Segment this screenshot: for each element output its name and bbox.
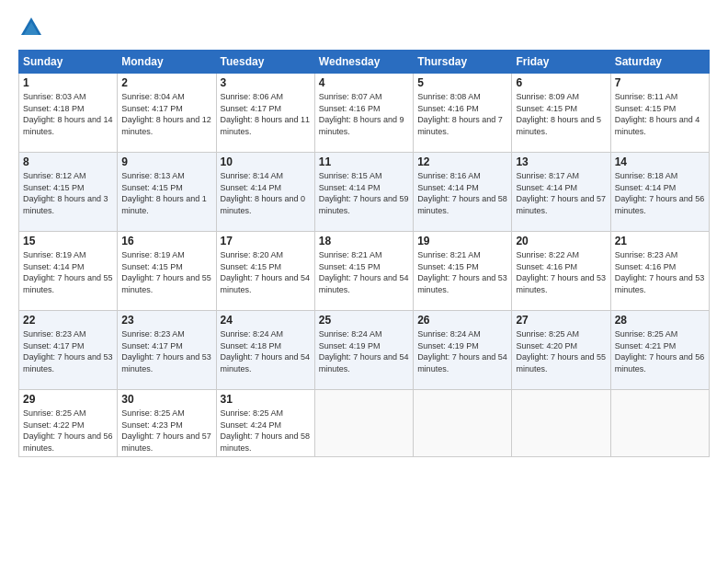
calendar-table: SundayMondayTuesdayWednesdayThursdayFrid… bbox=[18, 50, 710, 457]
day-info: Sunrise: 8:21 AMSunset: 4:15 PMDaylight:… bbox=[417, 249, 507, 295]
day-number: 23 bbox=[121, 314, 211, 327]
day-number: 10 bbox=[221, 155, 311, 168]
day-info: Sunrise: 8:25 AMSunset: 4:21 PMDaylight:… bbox=[615, 328, 705, 374]
day-info: Sunrise: 8:19 AMSunset: 4:15 PMDaylight:… bbox=[121, 249, 211, 295]
day-info: Sunrise: 8:24 AMSunset: 4:18 PMDaylight:… bbox=[221, 328, 311, 374]
day-info: Sunrise: 8:16 AMSunset: 4:14 PMDaylight:… bbox=[417, 170, 507, 216]
day-info: Sunrise: 8:25 AMSunset: 4:22 PMDaylight:… bbox=[23, 408, 113, 454]
day-number: 16 bbox=[121, 235, 211, 247]
calendar-cell: 11Sunrise: 8:15 AMSunset: 4:14 PMDayligh… bbox=[314, 153, 413, 232]
day-info: Sunrise: 8:14 AMSunset: 4:14 PMDaylight:… bbox=[221, 170, 311, 216]
calendar-week-4: 22Sunrise: 8:23 AMSunset: 4:17 PMDayligh… bbox=[19, 311, 710, 390]
day-number: 12 bbox=[417, 155, 507, 168]
logo bbox=[18, 15, 48, 40]
day-info: Sunrise: 8:24 AMSunset: 4:19 PMDaylight:… bbox=[417, 328, 507, 374]
page: SundayMondayTuesdayWednesdayThursdayFrid… bbox=[0, 0, 728, 563]
day-info: Sunrise: 8:24 AMSunset: 4:19 PMDaylight:… bbox=[319, 328, 409, 374]
day-info: Sunrise: 8:23 AMSunset: 4:17 PMDaylight:… bbox=[23, 328, 113, 374]
day-number: 13 bbox=[516, 155, 606, 168]
day-info: Sunrise: 8:07 AMSunset: 4:16 PMDaylight:… bbox=[319, 91, 409, 137]
col-header-tuesday: Tuesday bbox=[216, 51, 314, 74]
day-info: Sunrise: 8:11 AMSunset: 4:15 PMDaylight:… bbox=[615, 91, 705, 137]
calendar-cell: 8Sunrise: 8:12 AMSunset: 4:15 PMDaylight… bbox=[19, 153, 118, 232]
calendar-cell: 7Sunrise: 8:11 AMSunset: 4:15 PMDaylight… bbox=[610, 74, 709, 153]
day-number: 7 bbox=[615, 76, 705, 89]
calendar-cell: 19Sunrise: 8:21 AMSunset: 4:15 PMDayligh… bbox=[414, 232, 512, 311]
calendar-cell: 2Sunrise: 8:04 AMSunset: 4:17 PMDaylight… bbox=[118, 74, 216, 153]
day-number: 1 bbox=[23, 76, 113, 89]
day-info: Sunrise: 8:25 AMSunset: 4:20 PMDaylight:… bbox=[516, 328, 606, 374]
calendar-cell: 30Sunrise: 8:25 AMSunset: 4:23 PMDayligh… bbox=[118, 390, 216, 457]
day-info: Sunrise: 8:25 AMSunset: 4:24 PMDaylight:… bbox=[221, 408, 311, 454]
calendar-cell: 1Sunrise: 8:03 AMSunset: 4:18 PMDaylight… bbox=[19, 74, 118, 153]
calendar-cell bbox=[314, 390, 413, 457]
calendar-cell: 23Sunrise: 8:23 AMSunset: 4:17 PMDayligh… bbox=[118, 311, 216, 390]
calendar-cell: 13Sunrise: 8:17 AMSunset: 4:14 PMDayligh… bbox=[512, 153, 610, 232]
calendar-week-1: 1Sunrise: 8:03 AMSunset: 4:18 PMDaylight… bbox=[19, 74, 710, 153]
calendar-cell: 27Sunrise: 8:25 AMSunset: 4:20 PMDayligh… bbox=[512, 311, 610, 390]
day-number: 19 bbox=[417, 235, 507, 247]
day-number: 22 bbox=[23, 314, 113, 327]
day-info: Sunrise: 8:21 AMSunset: 4:15 PMDaylight:… bbox=[319, 249, 409, 295]
day-number: 15 bbox=[23, 235, 113, 247]
calendar-cell: 12Sunrise: 8:16 AMSunset: 4:14 PMDayligh… bbox=[414, 153, 512, 232]
calendar-cell: 20Sunrise: 8:22 AMSunset: 4:16 PMDayligh… bbox=[512, 232, 610, 311]
calendar-cell bbox=[610, 390, 709, 457]
day-number: 29 bbox=[23, 393, 113, 406]
calendar-week-5: 29Sunrise: 8:25 AMSunset: 4:22 PMDayligh… bbox=[19, 390, 710, 457]
calendar-cell: 22Sunrise: 8:23 AMSunset: 4:17 PMDayligh… bbox=[19, 311, 118, 390]
calendar-cell: 3Sunrise: 8:06 AMSunset: 4:17 PMDaylight… bbox=[216, 74, 314, 153]
col-header-monday: Monday bbox=[118, 51, 216, 74]
day-number: 14 bbox=[615, 155, 705, 168]
day-number: 6 bbox=[516, 76, 606, 89]
day-info: Sunrise: 8:12 AMSunset: 4:15 PMDaylight:… bbox=[23, 170, 113, 216]
col-header-wednesday: Wednesday bbox=[314, 51, 413, 74]
day-number: 30 bbox=[121, 393, 211, 406]
calendar-cell: 15Sunrise: 8:19 AMSunset: 4:14 PMDayligh… bbox=[19, 232, 118, 311]
col-header-thursday: Thursday bbox=[414, 51, 512, 74]
day-number: 8 bbox=[23, 155, 113, 168]
calendar-cell bbox=[414, 390, 512, 457]
calendar-cell bbox=[512, 390, 610, 457]
day-info: Sunrise: 8:23 AMSunset: 4:17 PMDaylight:… bbox=[121, 328, 211, 374]
calendar-cell: 24Sunrise: 8:24 AMSunset: 4:18 PMDayligh… bbox=[216, 311, 314, 390]
day-number: 31 bbox=[221, 393, 311, 406]
day-number: 4 bbox=[319, 76, 409, 89]
calendar-cell: 4Sunrise: 8:07 AMSunset: 4:16 PMDaylight… bbox=[314, 74, 413, 153]
day-number: 21 bbox=[615, 235, 705, 247]
day-number: 17 bbox=[221, 235, 311, 247]
calendar-cell: 5Sunrise: 8:08 AMSunset: 4:16 PMDaylight… bbox=[414, 74, 512, 153]
calendar-cell: 18Sunrise: 8:21 AMSunset: 4:15 PMDayligh… bbox=[314, 232, 413, 311]
calendar-cell: 25Sunrise: 8:24 AMSunset: 4:19 PMDayligh… bbox=[314, 311, 413, 390]
day-number: 26 bbox=[417, 314, 507, 327]
day-number: 25 bbox=[319, 314, 409, 327]
col-header-friday: Friday bbox=[512, 51, 610, 74]
day-number: 11 bbox=[319, 155, 409, 168]
logo-icon bbox=[18, 15, 44, 40]
day-info: Sunrise: 8:20 AMSunset: 4:15 PMDaylight:… bbox=[221, 249, 311, 295]
calendar-cell: 26Sunrise: 8:24 AMSunset: 4:19 PMDayligh… bbox=[414, 311, 512, 390]
calendar-header-row: SundayMondayTuesdayWednesdayThursdayFrid… bbox=[19, 51, 710, 74]
day-info: Sunrise: 8:08 AMSunset: 4:16 PMDaylight:… bbox=[417, 91, 507, 137]
calendar-week-2: 8Sunrise: 8:12 AMSunset: 4:15 PMDaylight… bbox=[19, 153, 710, 232]
day-number: 18 bbox=[319, 235, 409, 247]
day-info: Sunrise: 8:04 AMSunset: 4:17 PMDaylight:… bbox=[121, 91, 211, 137]
day-info: Sunrise: 8:25 AMSunset: 4:23 PMDaylight:… bbox=[121, 408, 211, 454]
day-info: Sunrise: 8:09 AMSunset: 4:15 PMDaylight:… bbox=[516, 91, 606, 137]
calendar-cell: 31Sunrise: 8:25 AMSunset: 4:24 PMDayligh… bbox=[216, 390, 314, 457]
calendar-cell: 6Sunrise: 8:09 AMSunset: 4:15 PMDaylight… bbox=[512, 74, 610, 153]
day-info: Sunrise: 8:15 AMSunset: 4:14 PMDaylight:… bbox=[319, 170, 409, 216]
calendar-week-3: 15Sunrise: 8:19 AMSunset: 4:14 PMDayligh… bbox=[19, 232, 710, 311]
calendar-cell: 9Sunrise: 8:13 AMSunset: 4:15 PMDaylight… bbox=[118, 153, 216, 232]
col-header-sunday: Sunday bbox=[19, 51, 118, 74]
day-info: Sunrise: 8:22 AMSunset: 4:16 PMDaylight:… bbox=[516, 249, 606, 295]
day-info: Sunrise: 8:06 AMSunset: 4:17 PMDaylight:… bbox=[221, 91, 311, 137]
day-number: 3 bbox=[221, 76, 311, 89]
day-info: Sunrise: 8:13 AMSunset: 4:15 PMDaylight:… bbox=[121, 170, 211, 216]
day-number: 2 bbox=[121, 76, 211, 89]
day-info: Sunrise: 8:03 AMSunset: 4:18 PMDaylight:… bbox=[23, 91, 113, 137]
calendar-cell: 14Sunrise: 8:18 AMSunset: 4:14 PMDayligh… bbox=[610, 153, 709, 232]
day-number: 24 bbox=[221, 314, 311, 327]
day-info: Sunrise: 8:23 AMSunset: 4:16 PMDaylight:… bbox=[615, 249, 705, 295]
day-info: Sunrise: 8:18 AMSunset: 4:14 PMDaylight:… bbox=[615, 170, 705, 216]
